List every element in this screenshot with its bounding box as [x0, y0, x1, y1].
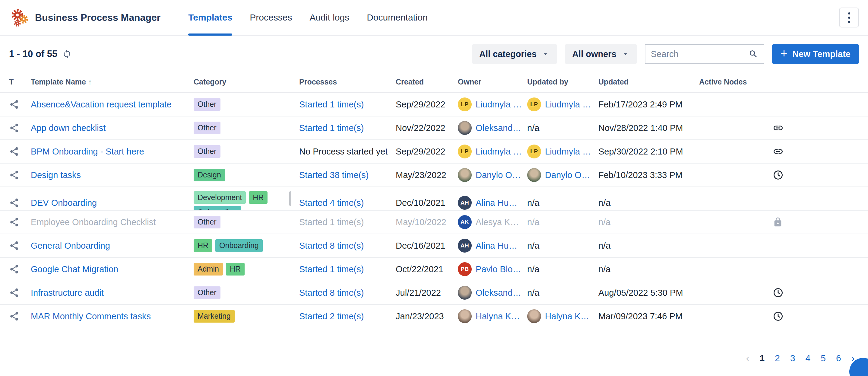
- template-name-link[interactable]: App down checklist: [31, 123, 105, 133]
- app-title: Business Process Manager: [35, 12, 160, 23]
- template-name-link[interactable]: Employee Onboarding Checklist: [31, 217, 156, 227]
- owner-name-link[interactable]: Alina Hu…: [476, 241, 518, 251]
- template-name-link[interactable]: Design tasks: [31, 170, 81, 180]
- template-name-link[interactable]: Absence&Vacation request template: [31, 99, 172, 110]
- updated-by-cell: LPLiudmyla …: [527, 93, 598, 116]
- active-nodes-cell: [699, 116, 859, 139]
- chevron-down-icon: [621, 50, 630, 58]
- tab-templates[interactable]: Templates: [188, 0, 232, 35]
- category-cell: Other: [194, 116, 299, 139]
- category-cell: HROnboarding: [194, 234, 299, 257]
- table-row[interactable]: Absence&Vacation request templateOtherSt…: [0, 93, 868, 116]
- category-scrollbar[interactable]: [289, 191, 291, 206]
- template-name-link[interactable]: Google Chat Migration: [31, 264, 118, 274]
- table-body: Absence&Vacation request templateOtherSt…: [0, 93, 868, 328]
- processes-link[interactable]: Started 1 time(s): [299, 99, 364, 110]
- tab-audit-logs[interactable]: Audit logs: [309, 0, 349, 35]
- avatar: AH: [458, 239, 472, 253]
- active-nodes-cell: [699, 93, 859, 116]
- owner-name-link[interactable]: Oleksand…: [476, 123, 522, 133]
- table-row[interactable]: Design tasksDesignStarted 38 time(s)May/…: [0, 164, 868, 187]
- table-row[interactable]: Google Chat MigrationAdminHRStarted 1 ti…: [0, 258, 868, 281]
- page-6[interactable]: 6: [836, 353, 841, 363]
- owner-name-link[interactable]: Liudmyla …: [476, 147, 522, 156]
- processes-link[interactable]: Started 1 time(s): [299, 264, 364, 274]
- page-2[interactable]: 2: [775, 353, 780, 363]
- updated-by-cell: Halyna K…: [527, 305, 598, 328]
- page-5[interactable]: 5: [820, 353, 826, 363]
- updated-by-name-link[interactable]: Danylo O…: [545, 170, 590, 180]
- processes-link[interactable]: Started 1 time(s): [299, 217, 364, 227]
- previous-page-button[interactable]: ‹: [746, 352, 749, 364]
- sort-ascending-icon: ↑: [86, 78, 92, 86]
- created-cell: May/23/2022: [396, 164, 458, 186]
- processes-link[interactable]: Started 38 time(s): [299, 170, 369, 180]
- updated-by-name-link[interactable]: Liudmyla …: [545, 147, 591, 156]
- owner-name-link[interactable]: Alesya K…: [476, 217, 519, 227]
- created-cell: Jan/23/2023: [396, 305, 458, 328]
- owner-name-link[interactable]: Danylo O…: [476, 170, 521, 180]
- updated-by-name-link[interactable]: Halyna K…: [545, 311, 589, 321]
- updated-cell: n/a: [598, 234, 699, 257]
- overflow-menu-button[interactable]: [839, 7, 859, 27]
- created-cell: Dec/16/2021: [396, 234, 458, 257]
- page-4[interactable]: 4: [806, 353, 811, 363]
- template-type-cell: [9, 234, 31, 257]
- owner-name-link[interactable]: Alina Hu…: [476, 198, 518, 208]
- categories-filter-dropdown[interactable]: All categories: [472, 44, 557, 64]
- table-row[interactable]: MAR Monthly Comments tasksMarketingStart…: [0, 305, 868, 328]
- table-row[interactable]: BPM Onboarding - Start hereOtherNo Proce…: [0, 140, 868, 164]
- category-badge: Onboarding: [194, 206, 241, 211]
- new-template-button[interactable]: + New Template: [772, 44, 859, 64]
- category-badge: Other: [194, 145, 220, 157]
- table-row[interactable]: DEV OnboardingDevelopmentHROnboardingSta…: [0, 187, 868, 211]
- template-name-link[interactable]: BPM Onboarding - Start here: [31, 147, 144, 156]
- lock-icon: [773, 217, 783, 227]
- owner-cell: Oleksand…: [458, 281, 527, 304]
- processes-link[interactable]: Started 1 time(s): [299, 123, 364, 133]
- owner-name-link[interactable]: Pavlo Blo…: [476, 264, 522, 274]
- processes-link[interactable]: Started 4 time(s): [299, 198, 364, 208]
- template-type-cell: [9, 116, 31, 139]
- table-row[interactable]: Employee Onboarding ChecklistOtherStarte…: [0, 211, 868, 234]
- owner-cell: Halyna K…: [458, 305, 527, 328]
- template-name-cell: Employee Onboarding Checklist: [31, 211, 194, 234]
- owners-filter-dropdown[interactable]: All owners: [565, 44, 637, 64]
- table-row[interactable]: General OnboardingHROnboardingStarted 8 …: [0, 234, 868, 258]
- page-1[interactable]: 1: [760, 353, 765, 363]
- category-badge: Other: [194, 98, 220, 111]
- owner-cell: LPLiudmyla …: [458, 140, 527, 163]
- processes-link[interactable]: Started 8 time(s): [299, 241, 364, 251]
- owner-name-link[interactable]: Halyna K…: [476, 311, 520, 321]
- active-nodes-cell: [699, 234, 859, 257]
- tab-documentation[interactable]: Documentation: [367, 0, 428, 35]
- search-icon[interactable]: [749, 49, 758, 59]
- refresh-icon[interactable]: [62, 49, 72, 59]
- search-input[interactable]: [651, 49, 749, 59]
- template-name-link[interactable]: DEV Onboarding: [31, 198, 97, 208]
- template-name-link[interactable]: MAR Monthly Comments tasks: [31, 311, 151, 321]
- table-header-row: TTemplate Name ↑CategoryProcessesCreated…: [0, 71, 868, 93]
- owner-name-link[interactable]: Oleksand…: [476, 288, 522, 298]
- table-row[interactable]: App down checklistOtherStarted 1 time(s)…: [0, 116, 868, 140]
- processes-link[interactable]: Started 2 time(s): [299, 311, 364, 321]
- owner-cell: LPLiudmyla …: [458, 93, 527, 116]
- updated-by-name-link[interactable]: Liudmyla …: [545, 99, 591, 110]
- updated-cell: Nov/28/2022 1:40 PM: [598, 116, 699, 139]
- owner-name-link[interactable]: Liudmyla …: [476, 99, 522, 110]
- updated-by-cell: Danylo O…: [527, 164, 598, 186]
- category-badge: Other: [194, 216, 220, 228]
- tab-processes[interactable]: Processes: [250, 0, 292, 35]
- clock-icon: [773, 311, 783, 322]
- processes-cell: Started 8 time(s): [299, 234, 396, 257]
- processes-cell: No Process started yet: [299, 140, 396, 163]
- template-name-link[interactable]: Infrastructure audit: [31, 288, 104, 298]
- processes-link[interactable]: Started 8 time(s): [299, 288, 364, 298]
- column-header-name[interactable]: Template Name ↑: [31, 78, 194, 86]
- page-3[interactable]: 3: [790, 353, 795, 363]
- template-name-link[interactable]: General Onboarding: [31, 241, 110, 251]
- table-row[interactable]: Infrastructure auditOtherStarted 8 time(…: [0, 281, 868, 305]
- workflow-icon: [9, 311, 19, 321]
- created-cell: Nov/22/2022: [396, 116, 458, 139]
- updated-cell: Mar/09/2023 7:46 PM: [598, 305, 699, 328]
